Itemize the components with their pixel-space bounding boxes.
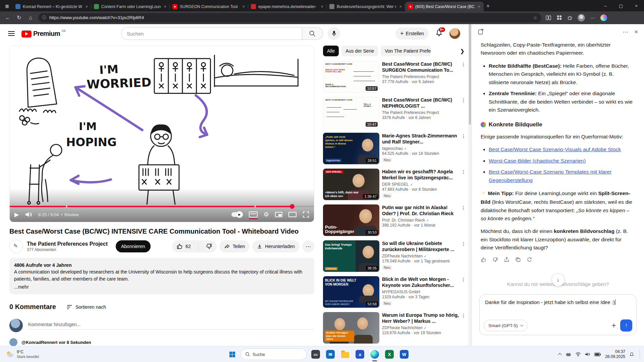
share-response-icon[interactable] bbox=[503, 257, 509, 263]
tab-close-icon[interactable]: × bbox=[477, 4, 481, 9]
taskbar-search[interactable]: Suche bbox=[241, 349, 307, 360]
page-scrollbar[interactable] bbox=[468, 24, 472, 346]
video-thumbnail[interactable]: BEST CASE/WORST CASE TELL A STORY... 10:… bbox=[323, 97, 379, 128]
channel-info[interactable]: The Patient Preferences Project 377 Abon… bbox=[27, 241, 108, 252]
show-desktop-strip[interactable] bbox=[640, 349, 641, 359]
start-button[interactable] bbox=[227, 349, 237, 360]
notifications-button[interactable]: 9+ bbox=[435, 29, 443, 38]
subtitles-button[interactable] bbox=[249, 212, 258, 218]
scroll-to-bottom-button[interactable]: ↓ bbox=[552, 274, 565, 286]
video-thumbnail[interactable]: Das bringt Trumps Kehrtwende zdfheute 38… bbox=[323, 240, 379, 272]
refresh-icon[interactable]: ↻ bbox=[15, 14, 23, 21]
related-channel[interactable]: tagesschau bbox=[382, 146, 402, 151]
url-text[interactable]: https://www.youtube.com/watch?v=31pv2Rlp… bbox=[49, 15, 530, 20]
video-thumbnail[interactable]: BLICK IN DIE WELT VON MORGEN MIT ZUKUNFT… bbox=[323, 276, 379, 308]
app-word-icon[interactable]: W bbox=[398, 349, 410, 360]
source-link[interactable]: Best-Case/Worst-Case Szenario Templates … bbox=[489, 169, 611, 183]
window-maximize-button[interactable]: ▢ bbox=[613, 0, 629, 11]
video-thumbnail[interactable]: Putin-Doppelgänger 30:53 bbox=[323, 204, 379, 236]
related-channel[interactable]: Prof. Dr. Christian Rieck bbox=[382, 218, 425, 223]
show-more-link[interactable]: ...mehr bbox=[14, 284, 310, 290]
workspaces-icon[interactable] bbox=[556, 15, 562, 21]
bookmark-star-icon[interactable]: ☆ bbox=[533, 15, 537, 20]
play-button[interactable]: ▶ bbox=[14, 211, 19, 218]
user-avatar[interactable] bbox=[9, 319, 23, 332]
channel-name[interactable]: The Patient Preferences Project bbox=[27, 241, 108, 247]
related-channel[interactable]: The Patient Preferences Project bbox=[382, 110, 439, 115]
browser-tab[interactable]: SURGEON Communication Tool - × bbox=[170, 2, 248, 11]
channel-avatar[interactable] bbox=[9, 240, 23, 253]
related-video[interactable]: „Putin will nicht spielen, er will diese… bbox=[323, 133, 465, 164]
send-button[interactable]: ↑ bbox=[620, 319, 632, 331]
notification-center-icon[interactable] bbox=[629, 352, 634, 357]
related-channel[interactable]: The Patient Preferences Project bbox=[382, 74, 439, 79]
related-video[interactable]: Großes Versagen über die letzten Jahre W… bbox=[323, 312, 465, 344]
split-screen-icon[interactable] bbox=[545, 15, 551, 21]
attach-plus-icon[interactable]: + bbox=[611, 321, 616, 329]
item-menu-icon[interactable]: ⋮ bbox=[461, 241, 466, 246]
chip-aus-der-serie[interactable]: Aus der Serie bbox=[341, 46, 378, 56]
autoplay-toggle[interactable] bbox=[231, 212, 243, 217]
volume-icon[interactable] bbox=[585, 352, 590, 357]
home-icon[interactable]: ⌂ bbox=[27, 15, 34, 21]
regenerate-icon[interactable] bbox=[526, 257, 532, 263]
related-title[interactable]: Warum ist Europa Trump so hörig, Herr We… bbox=[382, 312, 461, 324]
app-a-icon[interactable]: a bbox=[354, 349, 366, 360]
related-video[interactable]: BEST CASE/WORST CASE BREAK BAD NEWS STOR… bbox=[323, 61, 465, 93]
related-video[interactable]: DER SPIEGEL »Wenn's hilft, dann war ich … bbox=[323, 169, 465, 200]
message-input[interactable]: Danke für die Inspiration - jetzt habe i… bbox=[485, 299, 631, 305]
video-thumbnail[interactable]: Großes Versagen über die letzten Jahre bbox=[323, 312, 379, 344]
item-menu-icon[interactable]: ⋮ bbox=[461, 133, 466, 139]
video-player[interactable]: I'M WORRIED I'M HOPING ▶ bbox=[9, 46, 314, 222]
browser-tab[interactable]: Bundesverfassungsgericht: Wer si × bbox=[327, 2, 405, 11]
browser-tab[interactable]: Content Farm oder LearningLoun × bbox=[91, 2, 170, 11]
search-input[interactable]: Suchen bbox=[121, 27, 302, 40]
panel-close-icon[interactable]: × bbox=[634, 28, 638, 36]
item-menu-icon[interactable]: ⋮ bbox=[461, 98, 466, 103]
new-chat-icon[interactable] bbox=[478, 29, 484, 35]
item-menu-icon[interactable]: ⋮ bbox=[461, 62, 466, 67]
window-minimize-button[interactable]: – bbox=[598, 0, 613, 11]
comment-row-partial[interactable]: @KonradRennert vor 8 Sekunden bbox=[9, 338, 314, 346]
video-thumbnail[interactable]: BEST CASE/WORST CASE BREAK BAD NEWS STOR… bbox=[323, 61, 379, 93]
item-menu-icon[interactable]: ⋮ bbox=[461, 205, 466, 210]
related-title[interactable]: Putin war gar nicht in Alaska! Oder? | P… bbox=[382, 204, 461, 217]
related-channel[interactable]: MYPEGASUS GmbH bbox=[382, 290, 420, 294]
guide-menu-icon[interactable] bbox=[8, 31, 15, 36]
tab-close-icon[interactable]: × bbox=[320, 4, 324, 9]
weather-widget[interactable]: 9°C Stark bewölkt bbox=[3, 346, 41, 362]
tab-close-icon[interactable]: × bbox=[85, 4, 89, 9]
account-avatar[interactable] bbox=[449, 28, 460, 39]
panel-menu-icon[interactable]: ⋯ bbox=[623, 28, 628, 36]
copy-response-icon[interactable] bbox=[515, 257, 521, 263]
voice-search-button[interactable] bbox=[328, 27, 340, 40]
video-thumbnail[interactable]: „Putin will nicht spielen, er will diese… bbox=[323, 133, 379, 164]
copilot-icon[interactable] bbox=[600, 14, 607, 21]
scrollbar-thumb[interactable] bbox=[469, 24, 471, 125]
fullscreen-button[interactable] bbox=[303, 211, 309, 218]
back-icon[interactable]: ← bbox=[4, 15, 11, 21]
tab-close-icon[interactable]: × bbox=[163, 4, 167, 9]
new-tab-button[interactable]: + bbox=[486, 3, 490, 9]
site-info-icon[interactable]: ⓘ bbox=[42, 15, 46, 20]
app-excel-icon[interactable]: X bbox=[384, 349, 395, 360]
download-button[interactable]: Herunterladen bbox=[252, 240, 300, 252]
chip-alle[interactable]: Alle bbox=[323, 46, 339, 56]
subscribe-button[interactable]: Abonnieren bbox=[116, 240, 151, 252]
related-video[interactable]: BLICK IN DIE WELT VON MORGEN MIT ZUKUNFT… bbox=[323, 276, 465, 308]
theater-mode-button[interactable] bbox=[288, 212, 297, 217]
item-menu-icon[interactable]: ⋮ bbox=[461, 169, 466, 175]
like-button[interactable]: 62 bbox=[172, 240, 196, 252]
related-video[interactable]: Putin-Doppelgänger 30:53 Putin war gar n… bbox=[323, 204, 465, 236]
copilot-input-box[interactable]: Danke für die Inspiration - jetzt habe i… bbox=[479, 294, 637, 335]
video-thumbnail[interactable]: DER SPIEGEL »Wenn's hilft, dann war ich … bbox=[323, 169, 379, 200]
app-file-explorer-icon[interactable] bbox=[339, 349, 351, 360]
related-channel[interactable]: ZDFheute Nachrichten bbox=[382, 254, 423, 258]
browser-tab-active[interactable]: (603) Best Case/Worst Case (BC/W × bbox=[405, 2, 484, 11]
browser-tab[interactable]: epaper.meinehna.de/webreader- × bbox=[248, 2, 327, 11]
app-desktop-icon[interactable]: ▭ bbox=[310, 349, 321, 360]
share-button[interactable]: Teilen bbox=[219, 240, 250, 252]
battery-icon[interactable] bbox=[594, 353, 601, 356]
item-menu-icon[interactable]: ⋮ bbox=[461, 313, 466, 318]
address-bar[interactable]: ⓘ https://www.youtube.com/watch?v=31pv2R… bbox=[38, 13, 541, 22]
